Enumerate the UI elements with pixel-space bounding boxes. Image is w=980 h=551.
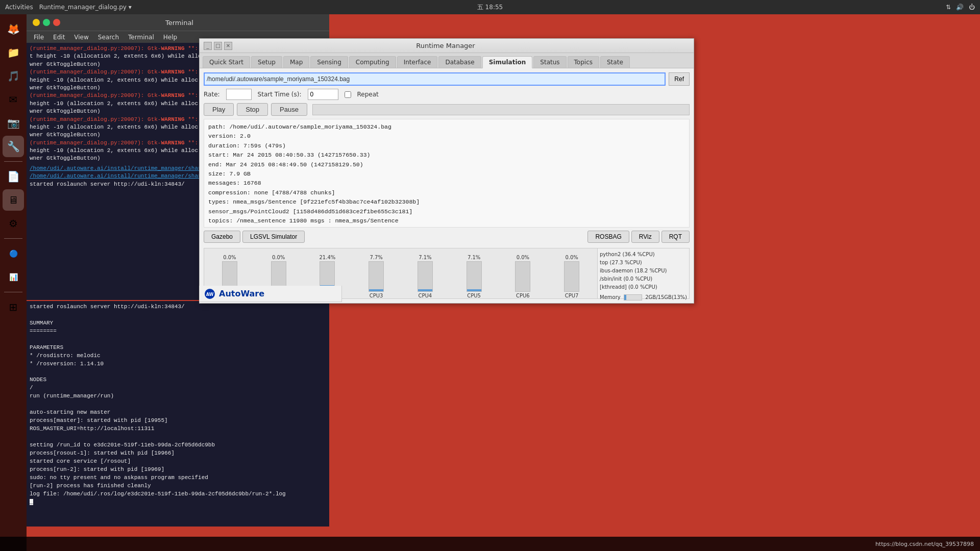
win-maximize[interactable]: □ <box>214 42 222 50</box>
memory-bar-row: Memory 2GB/15GB(13%) <box>600 293 687 302</box>
file-row: Ref <box>204 72 690 86</box>
bt-line-logfile: log file: /home/udi/.ros/log/e3dc201e-51… <box>30 490 326 498</box>
lgsvl-button[interactable]: LGSVL Simulator <box>242 231 305 243</box>
tab-state[interactable]: State <box>600 56 630 68</box>
rqt-button[interactable]: RQT <box>662 231 690 243</box>
menu-help[interactable]: Help <box>159 34 181 41</box>
runtime-manager-window: _ □ ✕ Runtime Manager Quick Start Setup … <box>199 38 694 304</box>
bt-line-rosout: process[rosout-1]: started with pid [199… <box>30 449 326 458</box>
tab-setup[interactable]: Setup <box>251 56 282 68</box>
tab-quickstart[interactable]: Quick Start <box>203 56 250 68</box>
volume-icon: 🔊 <box>956 4 964 11</box>
start-time-label: Start Time (s): <box>258 91 302 98</box>
cpu-pct-cpu3: 7.7% <box>370 255 382 260</box>
cpu-bar-container-cpu7 <box>564 261 579 292</box>
tab-simulation[interactable]: Simulation <box>482 56 533 68</box>
bt-line-blank1 <box>30 311 326 319</box>
dock-apps[interactable]: ⊞ <box>3 296 24 318</box>
maximize-button[interactable] <box>43 19 50 26</box>
tab-interface[interactable]: Interface <box>397 56 438 68</box>
dock-files[interactable]: 📁 <box>3 42 24 63</box>
info-version: version: 2.0 <box>208 132 685 141</box>
menu-terminal[interactable]: Terminal <box>124 34 158 41</box>
bt-line-cursor: _ <box>30 498 326 507</box>
close-button[interactable] <box>53 19 60 26</box>
rate-input[interactable] <box>226 89 252 100</box>
win-close[interactable]: ✕ <box>224 42 232 50</box>
bt-line-run2: process[run-2]: started with pid [19969] <box>30 466 326 474</box>
minimize-button[interactable] <box>33 19 40 26</box>
window-controls[interactable]: _ □ ✕ <box>204 42 232 50</box>
memory-bar-fill <box>624 295 626 300</box>
bt-line-slash: / <box>30 384 326 392</box>
tool-buttons-right: ROSBAG RViz RQT <box>587 231 690 243</box>
memory-area: python2 (36.4 %CPU) top (27.3 %CPU) ibus… <box>597 248 689 298</box>
dock-photos[interactable]: 📷 <box>3 112 24 134</box>
dock-text[interactable]: 📄 <box>3 166 24 187</box>
start-time-input[interactable] <box>308 89 338 100</box>
tab-computing[interactable]: Computing <box>349 56 396 68</box>
bottom-terminal[interactable]: started roslaunch server http://udi-kln:… <box>27 301 329 527</box>
dock-tools[interactable]: 🔧 <box>3 136 24 157</box>
cpu-bar-container-cpu3 <box>369 261 384 292</box>
bt-line-equals: ======== <box>30 328 326 336</box>
gazebo-button[interactable]: Gazebo <box>204 231 240 243</box>
bt-line-roslaunch: started roslaunch server http://udi-kln:… <box>30 303 326 311</box>
pause-button[interactable]: Pause <box>271 103 307 116</box>
bt-line-runid: setting /run_id to e3dc201e-519f-11eb-99… <box>30 441 326 449</box>
repeat-checkbox[interactable] <box>345 91 351 98</box>
terminal-title: Terminal <box>60 19 299 27</box>
cpu-bar-group-cpu6: 0.0%CPU6 <box>500 255 547 298</box>
rviz-button[interactable]: RViz <box>631 231 659 243</box>
cpu-label-cpu3: CPU3 <box>370 293 383 298</box>
proc-5: [kthreadd] (0.0 %CPU) <box>600 283 687 291</box>
app-name-label[interactable]: Runtime_manager_dialog.py ▾ <box>39 4 132 11</box>
proc-4: /sbin/init (0.0 %CPU) <box>600 275 687 283</box>
info-path: path: /home/udi/.autoware/sample_moriyam… <box>208 122 685 132</box>
stop-button[interactable]: Stop <box>237 103 268 116</box>
dock-ros[interactable]: 🔵 <box>3 243 24 264</box>
tab-topics[interactable]: Topics <box>568 56 599 68</box>
rosbag-button[interactable]: ROSBAG <box>587 231 629 243</box>
dock-firefox[interactable]: 🦊 <box>3 18 24 40</box>
tab-map[interactable]: Map <box>283 56 309 68</box>
progress-bar <box>312 104 690 115</box>
tab-database[interactable]: Database <box>438 56 481 68</box>
bag-file-input[interactable] <box>204 72 666 86</box>
cpu-bar-container-cpu6 <box>515 261 530 292</box>
dock-autoware[interactable]: 📊 <box>3 266 24 288</box>
cpu-label-cpu6: CPU6 <box>516 293 530 298</box>
bt-line-rosdistro: * /rosdistro: melodic <box>30 352 326 360</box>
dock-email[interactable]: ✉ <box>3 89 24 110</box>
dock-terminal[interactable]: 🖥 <box>3 189 24 211</box>
top-bar-clock: 五 18:55 <box>477 3 503 12</box>
menu-view[interactable]: View <box>70 34 92 41</box>
cpu-pct-cpu7: 0.0% <box>565 255 578 260</box>
menu-file[interactable]: File <box>30 34 48 41</box>
bt-line-nodes: NODES <box>30 376 326 384</box>
bottom-taskbar: https://blog.csdn.net/qq_39537898 <box>0 537 980 551</box>
play-button[interactable]: Play <box>204 103 234 116</box>
bt-line-coreservice: started core service [/rosout] <box>30 458 326 466</box>
tab-status[interactable]: Status <box>533 56 566 68</box>
cpu-bar-fill-cpu5 <box>467 289 481 291</box>
terminal-controls[interactable] <box>33 19 60 26</box>
cpu-pct-cpu6: 0.0% <box>517 255 529 260</box>
dock-settings[interactable]: ⚙ <box>3 213 24 234</box>
dock-music[interactable]: 🎵 <box>3 65 24 87</box>
menu-search[interactable]: Search <box>94 34 123 41</box>
cpu-pct-cpu5: 7.1% <box>468 255 480 260</box>
menu-edit[interactable]: Edit <box>49 34 69 41</box>
win-restore[interactable]: _ <box>204 42 212 50</box>
cpu-bar-fill-cpu4 <box>418 289 432 291</box>
bt-line-blank4 <box>30 400 326 409</box>
bt-line-blank5 <box>30 433 326 441</box>
dock-separator2 <box>4 238 22 239</box>
cpu-bar-group-cpu3: 7.7%CPU3 <box>353 255 400 298</box>
info-end: end: Mar 24 2015 08:48:49.50 (1427158129… <box>208 160 685 169</box>
cpu-pct-cpu0: 0.0% <box>223 255 236 260</box>
power-icon: ⏻ <box>969 4 975 11</box>
ref-button[interactable]: Ref <box>669 72 690 86</box>
tab-sensing[interactable]: Sensing <box>310 56 348 68</box>
activities-label[interactable]: Activities <box>5 4 33 11</box>
